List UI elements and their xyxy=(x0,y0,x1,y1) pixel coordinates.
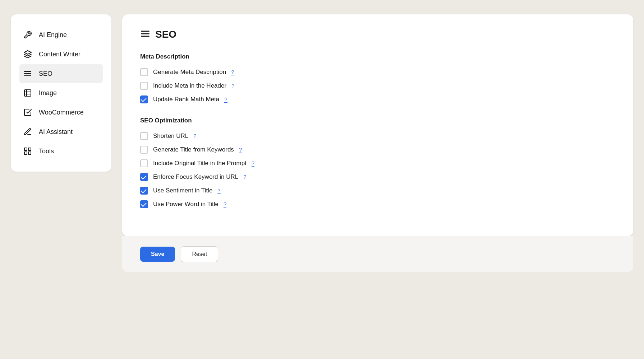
menu-icon xyxy=(23,69,32,78)
section-seo-optimization: SEO Optimization Shorten URL ? Generate … xyxy=(140,117,615,210)
image-icon xyxy=(23,88,32,98)
help-power-word[interactable]: ? xyxy=(224,201,226,208)
layers-icon xyxy=(23,50,32,59)
help-include-meta[interactable]: ? xyxy=(231,83,234,89)
sidebar-label-tools: Tools xyxy=(39,148,54,155)
checkbox-enforce-focus[interactable] xyxy=(140,173,148,181)
help-include-original-title[interactable]: ? xyxy=(252,160,254,167)
checkbox-row-sentiment: Use Sentiment in Title ? xyxy=(140,185,615,197)
svg-rect-9 xyxy=(28,148,31,150)
checkbox-row-power-word: Use Power Word in Title ? xyxy=(140,198,615,210)
seo-header-icon xyxy=(140,29,150,40)
checkbox-row-gen-title-keywords: Generate Title from Keywords ? xyxy=(140,144,615,156)
checkbox-row-shorten-url: Shorten URL ? xyxy=(140,130,615,142)
save-button[interactable]: Save xyxy=(140,247,175,262)
sidebar-item-seo[interactable]: SEO xyxy=(19,64,103,83)
label-shorten-url: Shorten URL xyxy=(153,132,188,140)
checkbox-row-include-original-title: Include Original Title in the Prompt ? xyxy=(140,157,615,169)
sidebar-item-image[interactable]: Image xyxy=(19,83,103,103)
checkbox-generate-meta[interactable] xyxy=(140,68,148,76)
wrench-icon xyxy=(23,30,32,39)
section-title-meta: Meta Description xyxy=(140,53,615,60)
sidebar-item-ai-engine[interactable]: AI Engine xyxy=(19,25,103,45)
page-title: SEO xyxy=(155,29,176,40)
checkbox-sentiment[interactable] xyxy=(140,187,148,195)
help-shorten-url[interactable]: ? xyxy=(193,133,196,139)
sidebar: AI Engine Content Writer SEO xyxy=(11,14,111,172)
label-include-original-title: Include Original Title in the Prompt xyxy=(153,160,247,167)
sidebar-item-woocommerce[interactable]: WooCommerce xyxy=(19,103,103,122)
help-sentiment[interactable]: ? xyxy=(217,187,220,194)
label-update-rank: Update Rank Math Meta xyxy=(153,96,219,103)
sidebar-item-content-writer[interactable]: Content Writer xyxy=(19,45,103,64)
help-gen-title-keywords[interactable]: ? xyxy=(239,146,242,153)
label-power-word: Use Power Word in Title xyxy=(153,201,218,208)
pen-icon xyxy=(23,127,32,136)
label-sentiment: Use Sentiment in Title xyxy=(153,187,212,194)
checkbox-include-meta[interactable] xyxy=(140,82,148,90)
tools-icon xyxy=(23,146,32,156)
svg-rect-11 xyxy=(24,152,27,154)
svg-rect-4 xyxy=(24,90,31,96)
checkbox-update-rank[interactable] xyxy=(140,95,148,103)
checkbox-row-generate-meta: Generate Meta Description ? xyxy=(140,66,615,78)
main-wrapper: SEO Meta Description Generate Meta Descr… xyxy=(122,14,633,272)
sidebar-label-ai-assistant: AI Assistant xyxy=(39,128,73,136)
label-gen-title-keywords: Generate Title from Keywords xyxy=(153,146,234,153)
sidebar-label-woocommerce: WooCommerce xyxy=(39,109,84,116)
checkbox-shorten-url[interactable] xyxy=(140,132,148,140)
content-card: SEO Meta Description Generate Meta Descr… xyxy=(122,14,633,236)
label-enforce-focus: Enforce Focus Keyword in URL xyxy=(153,173,238,181)
checkbox-row-update-rank: Update Rank Math Meta ? xyxy=(140,93,615,106)
sidebar-item-ai-assistant[interactable]: AI Assistant xyxy=(19,122,103,141)
checkbox-include-original-title[interactable] xyxy=(140,159,148,167)
sidebar-label-seo: SEO xyxy=(39,70,52,78)
checkbox-power-word[interactable] xyxy=(140,200,148,208)
checkbox-gen-title-keywords[interactable] xyxy=(140,146,148,154)
sidebar-label-content-writer: Content Writer xyxy=(39,51,80,58)
checkbox-row-enforce-focus: Enforce Focus Keyword in URL ? xyxy=(140,171,615,183)
svg-marker-0 xyxy=(24,51,31,54)
section-title-seo-opt: SEO Optimization xyxy=(140,117,615,124)
checkbox-icon xyxy=(23,108,32,117)
checkbox-row-include-meta: Include Meta in the Header ? xyxy=(140,80,615,92)
sidebar-label-image: Image xyxy=(39,89,57,97)
help-generate-meta[interactable]: ? xyxy=(231,69,234,75)
help-enforce-focus[interactable]: ? xyxy=(243,174,246,180)
svg-rect-8 xyxy=(24,148,27,150)
footer-bar: Save Reset xyxy=(122,236,633,272)
label-generate-meta: Generate Meta Description xyxy=(153,69,226,76)
svg-rect-10 xyxy=(28,152,31,154)
sidebar-label-ai-engine: AI Engine xyxy=(39,31,67,39)
reset-button[interactable]: Reset xyxy=(181,246,218,262)
sidebar-item-tools[interactable]: Tools xyxy=(19,141,103,161)
section-meta-description: Meta Description Generate Meta Descripti… xyxy=(140,53,615,106)
help-update-rank[interactable]: ? xyxy=(224,96,227,103)
page-header: SEO xyxy=(140,29,615,40)
label-include-meta: Include Meta in the Header xyxy=(153,82,226,89)
